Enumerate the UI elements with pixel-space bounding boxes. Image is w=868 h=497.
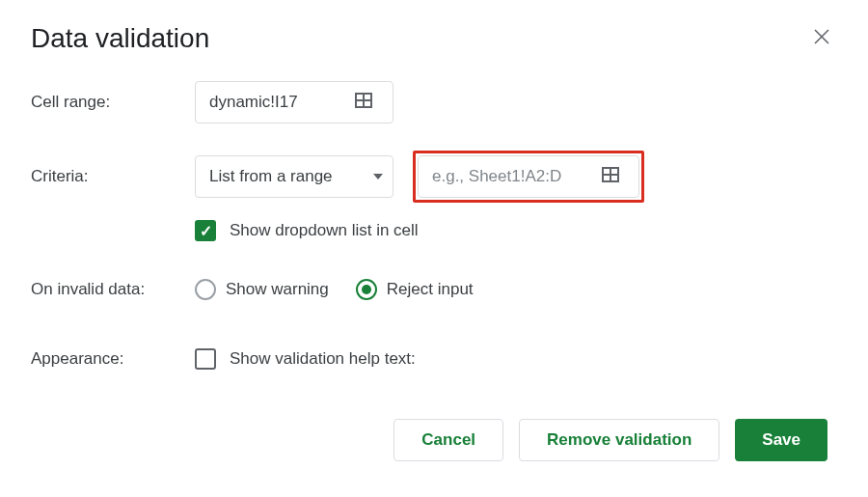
- radio-dot-icon: [362, 285, 371, 294]
- radio-icon-unselected: [195, 279, 216, 300]
- close-icon: [814, 29, 829, 44]
- show-dropdown-checkbox[interactable]: ✓: [195, 220, 216, 241]
- invalid-data-row: On invalid data: Show warning Reject inp…: [31, 268, 837, 311]
- invalid-data-label: On invalid data:: [31, 280, 195, 299]
- criteria-row: Criteria: List from a range: [31, 151, 837, 203]
- appearance-row: Appearance: Show validation help text:: [31, 338, 837, 380]
- cell-range-row: Cell range:: [31, 81, 837, 124]
- criteria-range-input[interactable]: [432, 167, 601, 186]
- criteria-range-highlight: [413, 151, 644, 203]
- show-dropdown-row: ✓ Show dropdown list in cell: [195, 220, 837, 241]
- radio-reject-label: Reject input: [387, 280, 474, 299]
- show-dropdown-label: Show dropdown list in cell: [230, 221, 419, 240]
- dialog-title: Data validation: [31, 23, 837, 54]
- button-bar: Cancel Remove validation Save: [31, 419, 837, 461]
- remove-validation-button[interactable]: Remove validation: [519, 419, 719, 461]
- criteria-label: Criteria:: [31, 167, 195, 186]
- help-text-label: Show validation help text:: [230, 349, 416, 369]
- cancel-button[interactable]: Cancel: [393, 419, 503, 461]
- criteria-dropdown[interactable]: List from a range: [195, 155, 393, 198]
- cell-range-input[interactable]: [209, 93, 354, 112]
- radio-warning-label: Show warning: [226, 280, 329, 299]
- grid-icon[interactable]: [354, 91, 373, 114]
- radio-show-warning[interactable]: Show warning: [195, 279, 329, 300]
- appearance-label: Appearance:: [31, 349, 195, 369]
- help-text-checkbox[interactable]: [195, 348, 216, 370]
- chevron-down-icon: [373, 174, 383, 179]
- close-button[interactable]: [814, 27, 829, 49]
- cell-range-input-wrapper[interactable]: [195, 81, 393, 124]
- radio-icon-selected: [356, 279, 377, 300]
- radio-reject-input[interactable]: Reject input: [356, 279, 474, 300]
- check-icon: ✓: [200, 222, 212, 240]
- criteria-selected-option: List from a range: [209, 167, 333, 186]
- grid-icon[interactable]: [601, 165, 620, 188]
- save-button[interactable]: Save: [735, 419, 827, 461]
- criteria-range-input-wrapper[interactable]: [418, 155, 639, 198]
- data-validation-dialog: Data validation Cell range: Criteria: Li…: [0, 0, 868, 484]
- cell-range-label: Cell range:: [31, 93, 195, 112]
